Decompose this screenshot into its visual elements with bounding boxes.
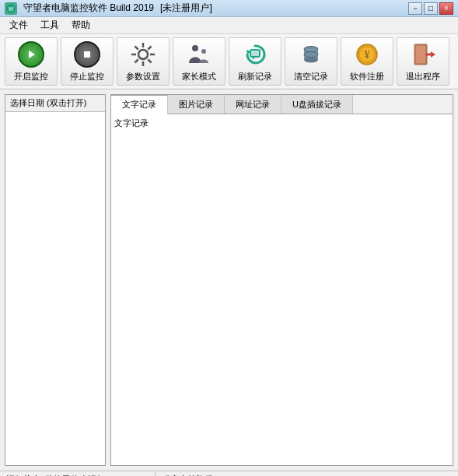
status-bar: 运行状态: 监控已停止运行 程序当前路径:D:\Program Files\Se… bbox=[0, 471, 458, 476]
svg-line-9 bbox=[135, 47, 138, 50]
window-title: 守望者电脑监控软件 Build 2019 bbox=[23, 2, 154, 15]
minimize-button[interactable]: － bbox=[408, 2, 422, 15]
svg-text:¥: ¥ bbox=[365, 49, 370, 61]
title-bar-left: W 守望者电脑监控软件 Build 2019 [未注册用户] bbox=[5, 2, 212, 15]
clear-icon bbox=[297, 40, 325, 68]
menu-help[interactable]: 帮助 bbox=[65, 17, 96, 33]
svg-point-23 bbox=[304, 52, 318, 58]
register-icon: ¥ bbox=[353, 40, 381, 68]
refresh-button[interactable]: 刷新记录 bbox=[229, 37, 281, 86]
start-monitor-button[interactable]: 开启监控 bbox=[5, 37, 58, 86]
stop-icon bbox=[73, 40, 101, 68]
tab-content-label: 文字记录 bbox=[114, 117, 449, 129]
window-subtitle: [未注册用户] bbox=[160, 2, 212, 15]
text-record-area bbox=[114, 132, 449, 461]
svg-line-10 bbox=[148, 60, 151, 63]
toolbar: 开启监控 停止监控 bbox=[0, 34, 458, 89]
refresh-icon bbox=[241, 40, 269, 68]
clear-label: 清空记录 bbox=[294, 72, 328, 82]
tab-content-area[interactable]: 文字记录 bbox=[111, 114, 453, 465]
svg-rect-16 bbox=[250, 50, 260, 57]
svg-rect-3 bbox=[84, 51, 90, 58]
status-run-state: 运行状态: 监控已停止运行 bbox=[0, 471, 156, 476]
exit-label: 退出程序 bbox=[406, 72, 440, 82]
svg-line-12 bbox=[135, 60, 138, 63]
tab-url[interactable]: 网址记录 bbox=[225, 95, 281, 114]
parent-mode-icon bbox=[185, 40, 213, 68]
register-button[interactable]: ¥ 软件注册 bbox=[341, 37, 393, 86]
exit-button[interactable]: 退出程序 bbox=[397, 37, 449, 86]
main-content: 选择日期 (双击打开) 文字记录 图片记录 网址记录 U盘插拔记录 文字记录 bbox=[0, 89, 458, 471]
svg-line-11 bbox=[148, 47, 151, 50]
app-icon: W bbox=[5, 2, 17, 15]
settings-button[interactable]: 参数设置 bbox=[117, 37, 170, 86]
date-panel-header: 选择日期 (双击打开) bbox=[5, 95, 105, 112]
svg-point-21 bbox=[304, 58, 318, 63]
clear-button[interactable]: 清空记录 bbox=[285, 37, 337, 86]
tab-bar: 文字记录 图片记录 网址记录 U盘插拔记录 bbox=[111, 95, 453, 114]
start-label: 开启监控 bbox=[14, 72, 48, 82]
exit-icon bbox=[409, 40, 437, 68]
svg-point-13 bbox=[192, 45, 198, 51]
parent-mode-label: 家长模式 bbox=[182, 72, 216, 82]
svg-rect-28 bbox=[416, 46, 425, 63]
maximize-button[interactable]: □ bbox=[424, 2, 438, 15]
menu-file[interactable]: 文件 bbox=[3, 17, 34, 33]
register-label: 软件注册 bbox=[350, 72, 384, 82]
tab-usb[interactable]: U盘插拔记录 bbox=[281, 95, 353, 114]
svg-point-4 bbox=[138, 50, 148, 59]
window-controls: － □ × bbox=[408, 2, 453, 15]
svg-marker-30 bbox=[431, 51, 435, 58]
menu-tools[interactable]: 工具 bbox=[34, 17, 65, 33]
title-bar: W 守望者电脑监控软件 Build 2019 [未注册用户] － □ × bbox=[0, 0, 458, 17]
records-panel: 文字记录 图片记录 网址记录 U盘插拔记录 文字记录 bbox=[110, 94, 453, 466]
parent-mode-button[interactable]: 家长模式 bbox=[173, 37, 226, 86]
date-panel: 选择日期 (双击打开) bbox=[5, 94, 106, 466]
tab-image[interactable]: 图片记录 bbox=[168, 95, 225, 114]
svg-point-14 bbox=[201, 49, 206, 54]
menu-bar: 文件 工具 帮助 bbox=[0, 17, 458, 34]
svg-text:W: W bbox=[9, 6, 14, 12]
stop-monitor-button[interactable]: 停止监控 bbox=[61, 37, 114, 86]
stop-label: 停止监控 bbox=[70, 72, 104, 82]
svg-marker-2 bbox=[29, 51, 35, 58]
refresh-label: 刷新记录 bbox=[238, 72, 272, 82]
tab-text[interactable]: 文字记录 bbox=[111, 95, 168, 114]
svg-marker-18 bbox=[253, 57, 256, 60]
settings-icon bbox=[129, 40, 157, 68]
date-list[interactable] bbox=[5, 112, 105, 464]
settings-label: 参数设置 bbox=[126, 72, 160, 82]
start-icon bbox=[17, 40, 45, 68]
close-button[interactable]: × bbox=[439, 2, 453, 15]
